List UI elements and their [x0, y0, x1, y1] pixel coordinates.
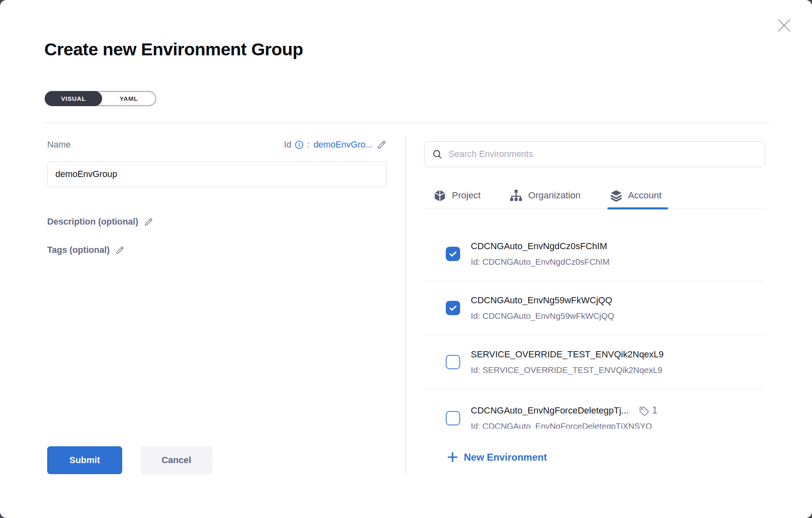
environment-id: Id: SERVICE_OVERRIDE_TEST_ENVQik2NqexL9: [471, 365, 664, 375]
toggle-yaml[interactable]: YAML: [102, 92, 155, 105]
org-chart-icon: [509, 189, 523, 202]
plus-icon: [447, 451, 458, 463]
edit-id-pencil-icon[interactable]: [376, 140, 387, 150]
id-value-link[interactable]: demoEnvGro...: [313, 140, 373, 150]
search-environments-input[interactable]: [449, 149, 760, 159]
page-title: Create new Environment Group: [44, 39, 303, 59]
id-label: Id: [284, 140, 291, 150]
environment-list: CDCNGAuto_EnvNgdCz0sFChIM Id: CDCNGAuto_…: [424, 209, 765, 429]
tag-icon: [639, 405, 650, 416]
environment-checkbox[interactable]: [446, 301, 460, 315]
environment-name: SERVICE_OVERRIDE_TEST_ENVQik2NqexL9: [471, 349, 664, 360]
environment-id: Id: CDCNGAuto_EnvNgForceDeletegpTjXNSYQ: [471, 421, 657, 429]
tab-organization[interactable]: Organization: [509, 189, 581, 202]
id-group: Id : demoEnvGro...: [284, 140, 387, 150]
tab-account-label: Account: [628, 190, 661, 201]
description-row: Description (optional): [47, 217, 153, 227]
close-icon[interactable]: [772, 13, 796, 38]
id-colon: :: [307, 140, 310, 150]
layers-icon: [609, 189, 623, 202]
tab-project-label: Project: [452, 190, 481, 201]
environments-panel: Project Organization Account: [424, 141, 765, 429]
environment-id: Id: CDCNGAuto_EnvNgdCz0sFChIM: [471, 257, 609, 267]
name-label: Name: [47, 140, 71, 150]
name-id-row: Name Id : demoEnvGro...: [47, 140, 387, 150]
environment-checkbox[interactable]: [446, 411, 460, 425]
toggle-visual[interactable]: VISUAL: [45, 91, 102, 106]
description-label: Description (optional): [47, 217, 138, 227]
edit-tags-pencil-icon[interactable]: [115, 245, 125, 255]
environment-row: CDCNGAuto_EnvNgdCz0sFChIM Id: CDCNGAuto_…: [424, 227, 765, 281]
tag-count: 1: [652, 405, 657, 416]
environment-id: Id: CDCNGAuto_EnvNg59wFkWCjQQ: [471, 311, 614, 321]
panel-divider: [405, 135, 406, 475]
search-box: [424, 141, 765, 167]
new-environment-label: New Environment: [464, 452, 547, 463]
environment-name: CDCNGAuto_EnvNg59wFkWCjQQ: [471, 295, 614, 306]
environment-checkbox[interactable]: [446, 247, 460, 261]
tab-project[interactable]: Project: [433, 189, 481, 202]
environment-name: CDCNGAuto_EnvNgForceDeletegpTj...: [471, 405, 629, 416]
environment-checkbox[interactable]: [446, 355, 460, 369]
submit-button[interactable]: Submit: [47, 446, 122, 474]
cube-icon: [433, 189, 447, 202]
tab-organization-label: Organization: [528, 190, 581, 201]
scope-tabs: Project Organization Account: [424, 182, 765, 209]
tags-row: Tags (optional): [47, 245, 125, 255]
environment-name: CDCNGAuto_EnvNgdCz0sFChIM: [471, 241, 609, 252]
environment-row: CDCNGAuto_EnvNgForceDeletegpTj... 1 Id: …: [424, 389, 765, 429]
search-icon: [432, 149, 443, 160]
edit-description-pencil-icon[interactable]: [144, 217, 153, 227]
info-icon[interactable]: [295, 141, 303, 149]
tag-count-badge: 1: [639, 405, 657, 416]
environment-row: SERVICE_OVERRIDE_TEST_ENVQik2NqexL9 Id: …: [424, 335, 765, 389]
name-input[interactable]: [47, 161, 387, 187]
create-environment-group-modal: Create new Environment Group VISUAL YAML…: [0, 0, 812, 518]
new-environment-button[interactable]: New Environment: [447, 451, 547, 463]
environment-row: CDCNGAuto_EnvNg59wFkWCjQQ Id: CDCNGAuto_…: [424, 281, 765, 335]
visual-yaml-toggle: VISUAL YAML: [45, 91, 156, 106]
tags-label: Tags (optional): [47, 245, 109, 255]
tab-account[interactable]: Account: [609, 189, 661, 202]
cancel-button[interactable]: Cancel: [140, 446, 212, 474]
header-divider: [45, 123, 769, 123]
